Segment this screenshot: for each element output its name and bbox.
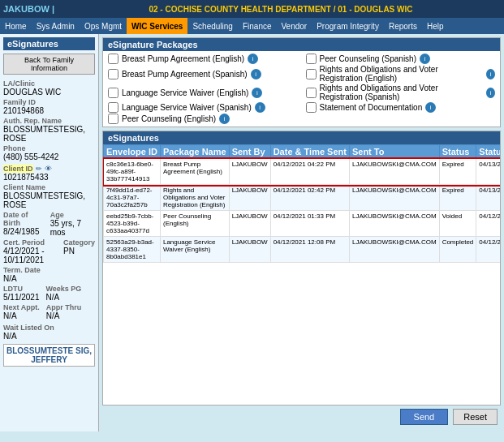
col-date-time: Date & Time Sent xyxy=(270,145,349,159)
cert-period-value: 4/12/2021 - 10/11/2021 xyxy=(3,247,57,264)
info-icon-0[interactable]: i xyxy=(248,54,258,64)
bottom-bar: Send Reset xyxy=(102,406,501,428)
package-label-6: Rights and Obligations and Voter Registr… xyxy=(320,65,484,83)
package-checkbox-4[interactable] xyxy=(108,114,118,124)
send-button[interactable]: Send xyxy=(400,409,449,425)
auth-rep-value: BLOSSUMTESTESIG, ROSE xyxy=(3,125,95,143)
col-envelope-id: Envelope ID xyxy=(104,145,161,159)
cell-envelope-id-3: 52563a29-b3ad-4337-8350-8b0abd381e1 xyxy=(104,237,161,263)
package-checkbox-5[interactable] xyxy=(306,54,317,64)
esignatures-title: eSignatures xyxy=(3,37,95,50)
age-value: 35 yrs, 7 mos xyxy=(50,219,95,237)
cert-period-label: Cert. Period xyxy=(3,238,57,247)
info-icon-1[interactable]: i xyxy=(251,69,261,79)
family-id-label: Family ID xyxy=(3,98,95,106)
col-status-updated: Status Last Updated xyxy=(476,145,500,159)
nav-sysadmin[interactable]: Sys Admin xyxy=(32,18,80,34)
info-icon-5[interactable]: i xyxy=(420,54,430,64)
back-to-family-button[interactable]: Back To Family Information xyxy=(3,54,95,75)
cell-sentby-3: LJAKUBOW xyxy=(229,237,270,263)
package-label-1: Breast Pump Agreement (Spanish) xyxy=(122,70,248,79)
weeks-pg-label: Weeks PG xyxy=(46,285,82,293)
package-checkbox-3[interactable] xyxy=(108,102,118,113)
nav-opsmgmt[interactable]: Ops Mgmt xyxy=(80,18,127,34)
cell-package-1: Rights and Obligations and Voter Registr… xyxy=(160,185,229,211)
left-panel: eSignatures Back To Family Information L… xyxy=(0,34,99,431)
nav-vendor[interactable]: Vendor xyxy=(277,18,312,34)
package-item-8: Statement of Documentation i xyxy=(306,102,496,113)
nav-finance[interactable]: Finance xyxy=(238,18,277,34)
cell-statusupdated-3: 04/12/2021 12:17 PM xyxy=(476,237,500,263)
appr-thru-label: Appr Thru xyxy=(46,303,82,311)
ldtu-value: 5/11/2021 xyxy=(3,293,40,302)
nav-home[interactable]: Home xyxy=(0,18,32,34)
cell-status-1: Expired xyxy=(439,185,476,211)
info-icon-8[interactable]: i xyxy=(425,102,436,113)
package-item-6: Rights and Obligations and Voter Registr… xyxy=(306,65,496,83)
nav-scheduling[interactable]: Scheduling xyxy=(187,18,237,34)
cell-package-2: Peer Counseling (English) xyxy=(160,211,229,237)
client-id-label: Client ID xyxy=(3,165,33,173)
table-row: c8c36e13-6be0-49fc-a89f-33b777414913 Bre… xyxy=(104,159,501,185)
package-checkbox-2[interactable] xyxy=(108,88,118,98)
term-date-label: Term. Date xyxy=(3,266,41,274)
package-item-7: Rights and Obligations and Voter Registr… xyxy=(306,84,496,101)
table-row: 7f49dd1d-ed72-4c31-97a7-70a3c2fa257b Rig… xyxy=(104,185,501,211)
package-checkbox-1[interactable] xyxy=(108,69,118,79)
info-icon-6[interactable]: i xyxy=(486,69,495,79)
package-label-7: Rights and Obligations and Voter Registr… xyxy=(320,84,484,101)
table-section: eSignatures Envelope ID Package Name Sen… xyxy=(102,131,501,406)
cell-datetime-1: 04/12/2021 02:42 PM xyxy=(270,185,349,211)
page-title: 02 - COCHISE COUNTY HEALTH DEPARTMENT / … xyxy=(61,5,501,14)
cell-status-3: Completed xyxy=(439,237,476,263)
cell-envelope-id-0: c8c36e13-6be0-49fc-a89f-33b777414913 xyxy=(104,159,161,185)
nav-programintegrity[interactable]: Program Integrity xyxy=(312,18,384,34)
client-id-value: 1021875433 xyxy=(3,173,95,182)
cell-sentby-0: LJAKUBOW xyxy=(229,159,270,185)
category-label: Category xyxy=(63,238,95,247)
client-id-view-icon[interactable]: 👁 xyxy=(45,165,52,173)
category-value: PN xyxy=(63,247,95,255)
cell-statusupdated-0: 04/13/2021 01:18 AM xyxy=(476,159,500,185)
wait-listed-label: Wait Listed On xyxy=(3,324,95,332)
right-panel: eSignature Packages Breast Pump Agreemen… xyxy=(99,34,504,431)
cell-sentto-0: LJAKUBOWSKI@CMA.COM xyxy=(349,159,439,185)
cell-sentby-2: LJAKUBOW xyxy=(229,211,270,237)
table-row: 52563a29-b3ad-4337-8350-8b0abd381e1 Lang… xyxy=(104,237,501,263)
nav-wicservices[interactable]: WIC Services xyxy=(127,18,187,34)
cell-sentto-2: LJAKUBOWSKI@CMA.COM xyxy=(349,211,439,237)
cell-package-0: Breast Pump Agreement (English) xyxy=(160,159,229,185)
package-checkbox-8[interactable] xyxy=(306,102,317,113)
next-appt-value: N/A xyxy=(3,311,40,320)
cell-sentby-1: LJAKUBOW xyxy=(229,185,270,211)
wait-listed-value: N/A xyxy=(3,332,95,341)
col-package-name: Package Name xyxy=(160,145,229,159)
package-label-8: Statement of Documentation xyxy=(320,103,423,112)
reset-button[interactable]: Reset xyxy=(453,409,498,425)
info-icon-2[interactable]: i xyxy=(252,88,262,98)
next-appt-label: Next Appt. xyxy=(3,303,40,311)
package-item-4: Peer Counseling (English) i xyxy=(108,114,298,124)
cell-sentto-1: LJAKUBOWSKI@CMA.COM xyxy=(349,185,439,211)
package-item-2: Language Service Waiver (English) i xyxy=(108,84,298,101)
nav-menu: Home Sys Admin Ops Mgmt WIC Services Sch… xyxy=(0,18,504,34)
la-clinic-label: LA/Clinic xyxy=(3,79,95,88)
nav-help[interactable]: Help xyxy=(422,18,449,34)
info-icon-7[interactable]: i xyxy=(486,88,495,98)
nav-reports[interactable]: Reports xyxy=(384,18,422,34)
client-id-edit-icon[interactable]: ✏ xyxy=(36,165,42,173)
phone-label: Phone xyxy=(3,144,95,152)
package-item-1: Breast Pump Agreement (Spanish) i xyxy=(108,65,298,83)
info-icon-4[interactable]: i xyxy=(219,114,230,124)
package-label-5: Peer Counseling (Spanish) xyxy=(320,54,417,63)
la-clinic-value: DOUGLAS WIC xyxy=(3,88,95,97)
package-checkbox-7[interactable] xyxy=(306,88,317,98)
package-checkbox-6[interactable] xyxy=(306,69,317,79)
info-icon-3[interactable]: i xyxy=(255,102,265,113)
packages-section: eSignature Packages Breast Pump Agreemen… xyxy=(102,37,501,127)
table-row: eebd25b9-7cbb-4523-b39d-c633aa40377d Pee… xyxy=(104,211,501,237)
package-checkbox-0[interactable] xyxy=(108,54,118,64)
package-label-4: Peer Counseling (English) xyxy=(122,114,216,123)
phone-value: (480) 555-4242 xyxy=(3,152,95,161)
dob-label: Date of Birth xyxy=(3,211,44,227)
